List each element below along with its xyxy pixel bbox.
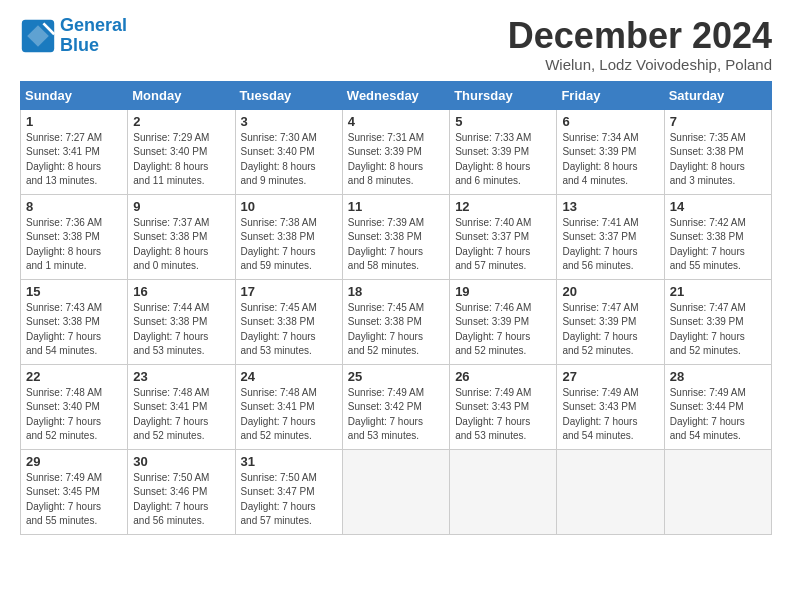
day-number: 17 [241, 284, 337, 299]
day-info: Sunrise: 7:38 AM Sunset: 3:38 PM Dayligh… [241, 216, 337, 274]
day-number: 25 [348, 369, 444, 384]
calendar-cell: 26Sunrise: 7:49 AM Sunset: 3:43 PM Dayli… [450, 364, 557, 449]
calendar-cell [557, 449, 664, 534]
day-info: Sunrise: 7:44 AM Sunset: 3:38 PM Dayligh… [133, 301, 229, 359]
logo-icon [20, 18, 56, 54]
day-info: Sunrise: 7:46 AM Sunset: 3:39 PM Dayligh… [455, 301, 551, 359]
day-number: 4 [348, 114, 444, 129]
calendar-week-3: 15Sunrise: 7:43 AM Sunset: 3:38 PM Dayli… [21, 279, 772, 364]
day-number: 9 [133, 199, 229, 214]
calendar-cell: 16Sunrise: 7:44 AM Sunset: 3:38 PM Dayli… [128, 279, 235, 364]
calendar-cell: 24Sunrise: 7:48 AM Sunset: 3:41 PM Dayli… [235, 364, 342, 449]
weekday-header-thursday: Thursday [450, 81, 557, 109]
day-number: 21 [670, 284, 766, 299]
calendar-cell [342, 449, 449, 534]
day-info: Sunrise: 7:43 AM Sunset: 3:38 PM Dayligh… [26, 301, 122, 359]
day-number: 10 [241, 199, 337, 214]
calendar-cell: 22Sunrise: 7:48 AM Sunset: 3:40 PM Dayli… [21, 364, 128, 449]
day-number: 27 [562, 369, 658, 384]
day-info: Sunrise: 7:49 AM Sunset: 3:44 PM Dayligh… [670, 386, 766, 444]
day-info: Sunrise: 7:48 AM Sunset: 3:41 PM Dayligh… [241, 386, 337, 444]
day-info: Sunrise: 7:30 AM Sunset: 3:40 PM Dayligh… [241, 131, 337, 189]
day-number: 16 [133, 284, 229, 299]
calendar-cell: 18Sunrise: 7:45 AM Sunset: 3:38 PM Dayli… [342, 279, 449, 364]
day-number: 13 [562, 199, 658, 214]
page-header: General Blue December 2024 Wielun, Lodz … [20, 16, 772, 73]
day-info: Sunrise: 7:49 AM Sunset: 3:42 PM Dayligh… [348, 386, 444, 444]
weekday-header-tuesday: Tuesday [235, 81, 342, 109]
day-number: 26 [455, 369, 551, 384]
calendar-cell: 27Sunrise: 7:49 AM Sunset: 3:43 PM Dayli… [557, 364, 664, 449]
weekday-header-wednesday: Wednesday [342, 81, 449, 109]
logo-text: General Blue [60, 16, 127, 56]
day-number: 14 [670, 199, 766, 214]
day-info: Sunrise: 7:40 AM Sunset: 3:37 PM Dayligh… [455, 216, 551, 274]
day-info: Sunrise: 7:50 AM Sunset: 3:46 PM Dayligh… [133, 471, 229, 529]
calendar-cell [664, 449, 771, 534]
day-number: 31 [241, 454, 337, 469]
calendar-cell: 9Sunrise: 7:37 AM Sunset: 3:38 PM Daylig… [128, 194, 235, 279]
calendar-cell: 15Sunrise: 7:43 AM Sunset: 3:38 PM Dayli… [21, 279, 128, 364]
day-number: 19 [455, 284, 551, 299]
title-area: December 2024 Wielun, Lodz Voivodeship, … [508, 16, 772, 73]
calendar-cell: 11Sunrise: 7:39 AM Sunset: 3:38 PM Dayli… [342, 194, 449, 279]
day-number: 29 [26, 454, 122, 469]
day-number: 12 [455, 199, 551, 214]
calendar-cell: 13Sunrise: 7:41 AM Sunset: 3:37 PM Dayli… [557, 194, 664, 279]
calendar-cell: 3Sunrise: 7:30 AM Sunset: 3:40 PM Daylig… [235, 109, 342, 194]
day-info: Sunrise: 7:48 AM Sunset: 3:40 PM Dayligh… [26, 386, 122, 444]
day-info: Sunrise: 7:36 AM Sunset: 3:38 PM Dayligh… [26, 216, 122, 274]
day-info: Sunrise: 7:49 AM Sunset: 3:43 PM Dayligh… [455, 386, 551, 444]
day-number: 8 [26, 199, 122, 214]
day-number: 1 [26, 114, 122, 129]
day-info: Sunrise: 7:37 AM Sunset: 3:38 PM Dayligh… [133, 216, 229, 274]
weekday-header-friday: Friday [557, 81, 664, 109]
day-number: 28 [670, 369, 766, 384]
calendar-cell: 30Sunrise: 7:50 AM Sunset: 3:46 PM Dayli… [128, 449, 235, 534]
calendar-table: SundayMondayTuesdayWednesdayThursdayFrid… [20, 81, 772, 535]
day-info: Sunrise: 7:47 AM Sunset: 3:39 PM Dayligh… [562, 301, 658, 359]
calendar-cell: 21Sunrise: 7:47 AM Sunset: 3:39 PM Dayli… [664, 279, 771, 364]
day-number: 6 [562, 114, 658, 129]
calendar-cell: 29Sunrise: 7:49 AM Sunset: 3:45 PM Dayli… [21, 449, 128, 534]
day-number: 11 [348, 199, 444, 214]
calendar-cell: 25Sunrise: 7:49 AM Sunset: 3:42 PM Dayli… [342, 364, 449, 449]
day-info: Sunrise: 7:47 AM Sunset: 3:39 PM Dayligh… [670, 301, 766, 359]
weekday-header-monday: Monday [128, 81, 235, 109]
calendar-week-1: 1Sunrise: 7:27 AM Sunset: 3:41 PM Daylig… [21, 109, 772, 194]
weekday-header-row: SundayMondayTuesdayWednesdayThursdayFrid… [21, 81, 772, 109]
day-info: Sunrise: 7:49 AM Sunset: 3:45 PM Dayligh… [26, 471, 122, 529]
calendar-cell: 20Sunrise: 7:47 AM Sunset: 3:39 PM Dayli… [557, 279, 664, 364]
day-number: 30 [133, 454, 229, 469]
day-number: 5 [455, 114, 551, 129]
day-info: Sunrise: 7:34 AM Sunset: 3:39 PM Dayligh… [562, 131, 658, 189]
month-title: December 2024 [508, 16, 772, 56]
day-info: Sunrise: 7:41 AM Sunset: 3:37 PM Dayligh… [562, 216, 658, 274]
day-info: Sunrise: 7:45 AM Sunset: 3:38 PM Dayligh… [241, 301, 337, 359]
location-subtitle: Wielun, Lodz Voivodeship, Poland [508, 56, 772, 73]
day-info: Sunrise: 7:42 AM Sunset: 3:38 PM Dayligh… [670, 216, 766, 274]
day-info: Sunrise: 7:29 AM Sunset: 3:40 PM Dayligh… [133, 131, 229, 189]
day-info: Sunrise: 7:49 AM Sunset: 3:43 PM Dayligh… [562, 386, 658, 444]
calendar-cell: 8Sunrise: 7:36 AM Sunset: 3:38 PM Daylig… [21, 194, 128, 279]
logo-line2: Blue [60, 35, 99, 55]
calendar-cell: 6Sunrise: 7:34 AM Sunset: 3:39 PM Daylig… [557, 109, 664, 194]
day-number: 22 [26, 369, 122, 384]
calendar-week-2: 8Sunrise: 7:36 AM Sunset: 3:38 PM Daylig… [21, 194, 772, 279]
calendar-cell [450, 449, 557, 534]
calendar-cell: 19Sunrise: 7:46 AM Sunset: 3:39 PM Dayli… [450, 279, 557, 364]
calendar-cell: 7Sunrise: 7:35 AM Sunset: 3:38 PM Daylig… [664, 109, 771, 194]
calendar-week-4: 22Sunrise: 7:48 AM Sunset: 3:40 PM Dayli… [21, 364, 772, 449]
logo-line1: General [60, 15, 127, 35]
day-info: Sunrise: 7:31 AM Sunset: 3:39 PM Dayligh… [348, 131, 444, 189]
day-info: Sunrise: 7:50 AM Sunset: 3:47 PM Dayligh… [241, 471, 337, 529]
day-info: Sunrise: 7:33 AM Sunset: 3:39 PM Dayligh… [455, 131, 551, 189]
calendar-cell: 23Sunrise: 7:48 AM Sunset: 3:41 PM Dayli… [128, 364, 235, 449]
day-info: Sunrise: 7:27 AM Sunset: 3:41 PM Dayligh… [26, 131, 122, 189]
calendar-cell: 17Sunrise: 7:45 AM Sunset: 3:38 PM Dayli… [235, 279, 342, 364]
day-number: 15 [26, 284, 122, 299]
logo: General Blue [20, 16, 127, 56]
day-info: Sunrise: 7:45 AM Sunset: 3:38 PM Dayligh… [348, 301, 444, 359]
day-number: 24 [241, 369, 337, 384]
day-info: Sunrise: 7:35 AM Sunset: 3:38 PM Dayligh… [670, 131, 766, 189]
